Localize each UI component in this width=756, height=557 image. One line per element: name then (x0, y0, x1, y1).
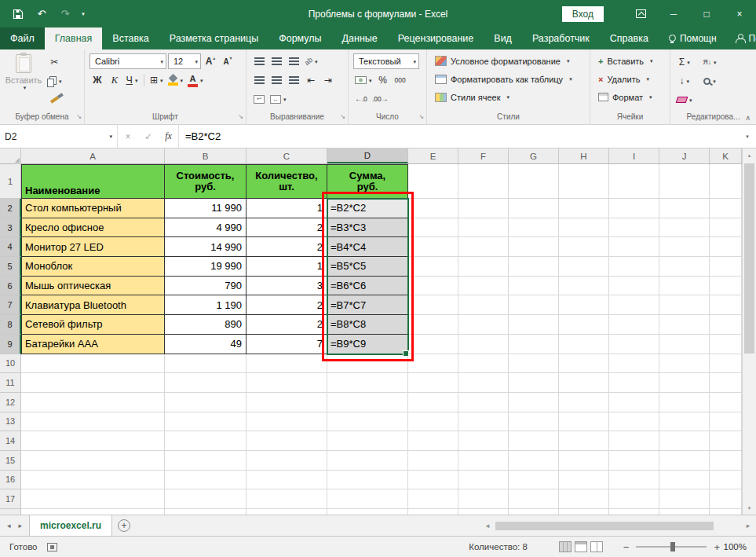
cancel-button[interactable]: × (118, 125, 138, 148)
cell-E11[interactable] (408, 373, 458, 393)
cell-E15[interactable] (408, 451, 458, 471)
column-header-E[interactable]: E (408, 148, 458, 163)
orientation-button[interactable]: ab▾ (303, 53, 320, 69)
cell-H11[interactable] (559, 373, 609, 393)
save-icon[interactable] (6, 5, 30, 24)
cell-C8[interactable]: 2 (247, 315, 327, 335)
cell-E3[interactable] (408, 218, 458, 238)
expand-formula-bar-icon[interactable]: ▾ (739, 125, 756, 148)
increase-indent-button[interactable]: ⇥ (320, 72, 336, 88)
cell-F10[interactable] (458, 354, 509, 374)
cell-I16[interactable] (609, 471, 659, 490)
cell-H17[interactable] (559, 489, 609, 509)
bold-button[interactable]: Ж (89, 72, 105, 88)
column-header-A[interactable]: A (21, 148, 165, 163)
cell-G10[interactable] (509, 354, 559, 374)
cell-H13[interactable] (559, 412, 609, 432)
cell-G11[interactable] (509, 373, 559, 393)
cell-K12[interactable] (710, 393, 742, 412)
cell-J4[interactable] (659, 237, 710, 257)
cell-K8[interactable] (710, 315, 742, 335)
zoom-in-button[interactable]: + (714, 541, 720, 553)
enter-button[interactable]: ✓ (138, 125, 159, 148)
cell-G14[interactable] (509, 431, 559, 451)
cell-G6[interactable] (509, 277, 559, 296)
cell-K5[interactable] (710, 257, 742, 277)
cell-A4[interactable]: Монитор 27 LED (21, 237, 165, 257)
align-bottom-button[interactable] (286, 53, 301, 69)
scroll-right-icon[interactable]: ▸ (742, 522, 754, 530)
cell-H2[interactable] (559, 199, 609, 218)
cell-E6[interactable] (408, 277, 458, 296)
accounting-format-button[interactable]: ▾ (353, 72, 374, 88)
column-header-G[interactable]: G (509, 148, 559, 163)
cell-J8[interactable] (659, 315, 710, 335)
cell-D12[interactable] (327, 393, 408, 412)
cell-F4[interactable] (458, 237, 509, 257)
column-header-D[interactable]: D (327, 148, 408, 163)
number-format-combo[interactable]: Текстовый▾ (353, 53, 419, 69)
cell-A6[interactable]: Мышь оптическая (21, 277, 165, 296)
cell-A1[interactable]: Наименование (21, 164, 165, 199)
name-box[interactable]: D2▾ (0, 125, 118, 148)
cell-D13[interactable] (327, 412, 408, 432)
selection-fill-handle[interactable] (403, 350, 409, 357)
format-cells-button[interactable]: Формат▾ (595, 89, 665, 105)
cell-J15[interactable] (659, 451, 710, 471)
cell-C14[interactable] (247, 431, 327, 451)
cell-B7[interactable]: 1 190 (165, 295, 247, 315)
cell-E18[interactable] (408, 509, 458, 515)
cell-G4[interactable] (509, 237, 559, 257)
new-sheet-button[interactable]: + (112, 515, 136, 536)
share-button[interactable]: Поделиться (726, 27, 756, 49)
row-header-6[interactable]: 6 (0, 277, 21, 296)
vertical-scroll-thumb[interactable] (744, 163, 754, 354)
cell-I15[interactable] (609, 451, 659, 471)
cell-K10[interactable] (710, 354, 742, 374)
tab-data[interactable]: Данные (332, 27, 388, 49)
cell-A11[interactable] (21, 373, 165, 393)
cell-E10[interactable] (408, 354, 458, 374)
cell-D9[interactable]: =B9*C9 (327, 335, 408, 354)
assistant-button[interactable]: Помощн (659, 27, 726, 49)
minimize-button[interactable]: ─ (657, 0, 690, 27)
prev-sheet-icon[interactable]: ◂ (7, 522, 11, 530)
row-header-8[interactable]: 8 (0, 315, 21, 335)
row-header-12[interactable]: 12 (0, 393, 21, 412)
cell-K1[interactable] (710, 164, 742, 199)
cell-H15[interactable] (559, 451, 609, 471)
tab-file[interactable]: Файл (0, 27, 45, 49)
collapse-ribbon-icon[interactable]: ∧ (745, 114, 751, 122)
cell-I14[interactable] (609, 431, 659, 451)
cell-J13[interactable] (659, 412, 710, 432)
cell-K3[interactable] (710, 218, 742, 238)
column-header-I[interactable]: I (609, 148, 659, 163)
cell-H6[interactable] (559, 277, 609, 296)
tab-insert[interactable]: Вставка (102, 27, 159, 49)
row-header-16[interactable]: 16 (0, 471, 21, 490)
cell-D6[interactable]: =B6*C6 (327, 277, 408, 296)
conditional-formatting-button[interactable]: Условное форматирование▾ (432, 53, 585, 69)
cell-A12[interactable] (21, 393, 165, 412)
cell-F15[interactable] (458, 451, 509, 471)
cell-K9[interactable] (710, 335, 742, 354)
align-top-button[interactable] (251, 53, 267, 69)
horizontal-scrollbar[interactable]: ◂ ▸ (480, 515, 756, 536)
cell-A14[interactable] (21, 431, 165, 451)
cell-F3[interactable] (458, 218, 509, 238)
next-sheet-icon[interactable]: ▸ (19, 522, 23, 530)
cell-B5[interactable]: 19 990 (165, 257, 247, 277)
cell-K16[interactable] (710, 471, 742, 490)
cut-button[interactable]: ✂ (46, 54, 64, 70)
cell-E14[interactable] (408, 431, 458, 451)
cell-C6[interactable]: 3 (247, 277, 327, 296)
cell-J11[interactable] (659, 373, 710, 393)
row-header-17[interactable]: 17 (0, 489, 21, 509)
cell-H5[interactable] (559, 257, 609, 277)
row-header-9[interactable]: 9 (0, 335, 21, 354)
cell-D1[interactable]: Сумма, руб. (327, 164, 408, 199)
cell-C10[interactable] (247, 354, 327, 374)
undo-icon[interactable]: ↶ (30, 5, 53, 24)
cell-G17[interactable] (509, 489, 559, 509)
cell-J7[interactable] (659, 295, 710, 315)
